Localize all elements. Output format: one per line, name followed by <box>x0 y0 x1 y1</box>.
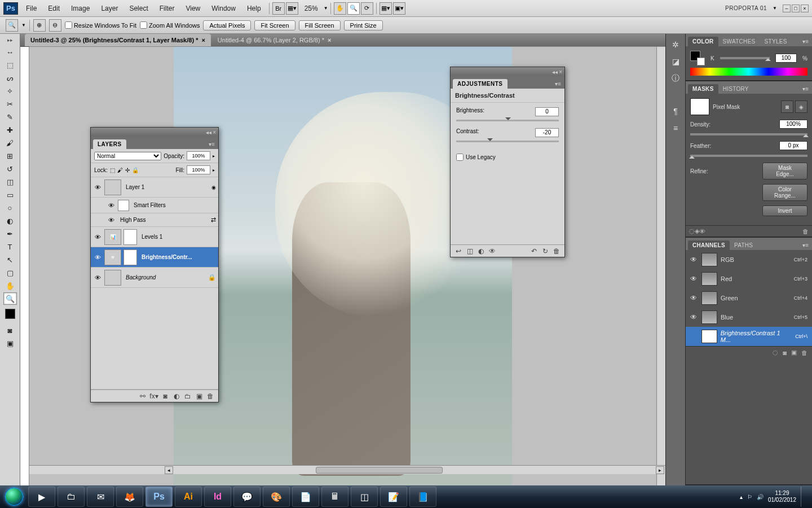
tab-swatches[interactable]: SWATCHES <box>718 37 760 46</box>
close-icon[interactable]: × <box>213 129 216 135</box>
tray-up-icon[interactable]: ▴ <box>740 494 743 500</box>
visibility-icon[interactable]: 👁 <box>690 294 698 302</box>
panel-menu-icon[interactable]: ▾≡ <box>205 139 218 149</box>
taskbar-app1[interactable]: ◫ <box>351 487 378 507</box>
taskbar-explorer[interactable]: 🗀 <box>58 487 85 507</box>
density-slider[interactable] <box>690 133 807 135</box>
delete-mask-icon[interactable]: 🗑 <box>802 228 809 235</box>
visibility-icon[interactable]: 👁 <box>93 234 102 240</box>
delete-adj-icon[interactable]: 🗑 <box>552 247 561 256</box>
info-icon[interactable]: ⓘ <box>669 72 682 85</box>
k-slider[interactable] <box>720 57 770 59</box>
feather-slider[interactable] <box>690 155 807 157</box>
density-value[interactable]: 100% <box>779 120 807 129</box>
tab-adjustments[interactable]: ADJUSTMENTS <box>453 79 508 89</box>
menu-edit[interactable]: Edit <box>42 5 65 12</box>
zoom-all-checkbox[interactable]: Zoom All Windows <box>140 21 200 29</box>
minimize-button[interactable]: – <box>783 5 791 12</box>
tray-flag-icon[interactable]: ⚐ <box>747 494 752 500</box>
blend-mode-select[interactable]: Normal <box>94 152 161 160</box>
panel-menu-icon[interactable]: ▾≡ <box>799 84 812 94</box>
workspace-label[interactable]: PROPORTA 01 <box>720 5 773 11</box>
visibility-icon[interactable]: 👁 <box>107 217 116 224</box>
reset-icon[interactable]: ↻ <box>541 247 550 256</box>
tray-volume-icon[interactable]: 🔊 <box>757 494 764 500</box>
screen-mode-button[interactable]: ▣▾ <box>393 2 405 15</box>
k-value[interactable]: 100 <box>775 54 797 63</box>
wand-tool-icon[interactable]: ✧ <box>3 85 17 97</box>
taskbar-pdf[interactable]: 📄 <box>292 487 319 507</box>
color-swatch[interactable] <box>5 309 15 319</box>
visibility-icon[interactable]: 👁 <box>690 275 698 283</box>
toggle-vis-icon[interactable]: 👁 <box>488 247 497 256</box>
taskbar-calc[interactable]: 🖩 <box>321 487 348 507</box>
load-sel-icon[interactable]: ◌ <box>689 227 695 235</box>
show-desktop-button[interactable] <box>801 487 805 507</box>
link-layers-icon[interactable]: ⚯ <box>138 392 147 401</box>
taskbar-photoshop[interactable]: Ps <box>145 487 173 507</box>
opacity-value[interactable]: 100% <box>187 151 210 160</box>
prev-state-icon[interactable]: ↶ <box>529 247 539 256</box>
channel-green[interactable]: 👁GreenCtrl+4 <box>686 288 812 308</box>
navigator-icon[interactable]: ✲ <box>669 38 682 51</box>
toggle-mask-icon[interactable]: 👁 <box>699 228 705 235</box>
tab-layers[interactable]: LAYERS <box>93 139 126 149</box>
pixel-mask-icon[interactable]: ◙ <box>781 100 793 113</box>
doc-tab-1[interactable]: Untitled-3 @ 25% (Brightness/Contrast 1,… <box>25 34 211 46</box>
heal-tool-icon[interactable]: ✚ <box>3 124 17 136</box>
scroll-right-icon[interactable]: ▸ <box>656 466 664 474</box>
menu-layer[interactable]: Layer <box>95 5 123 12</box>
save-sel-icon[interactable]: ◙ <box>783 349 787 356</box>
channel-mask[interactable]: Brightness/Contrast 1 M...Ctrl+\ <box>686 327 812 346</box>
close-icon[interactable]: × <box>559 69 562 75</box>
panel-titlebar[interactable]: ◂◂× <box>451 67 564 76</box>
add-mask-icon[interactable]: ◙ <box>161 392 170 401</box>
zoom-tool-icon[interactable]: 🔍 <box>347 2 360 15</box>
channel-red[interactable]: 👁RedCtrl+3 <box>686 269 812 288</box>
group-icon[interactable]: 🗀 <box>183 392 192 401</box>
bridge-button[interactable]: Br <box>272 2 285 15</box>
history-brush-tool-icon[interactable]: ↺ <box>3 163 17 175</box>
lock-pixels-icon[interactable]: 🖌 <box>117 167 123 173</box>
menu-window[interactable]: Window <box>206 5 241 12</box>
panel-menu-icon[interactable]: ▾≡ <box>799 240 812 250</box>
panel-menu-icon[interactable]: ▾≡ <box>799 37 812 46</box>
filter-options-icon[interactable]: ⇄ <box>211 216 216 224</box>
character-icon[interactable]: ¶ <box>669 105 682 117</box>
delete-layer-icon[interactable]: 🗑 <box>206 392 215 401</box>
taskbar-firefox[interactable]: 🦊 <box>116 487 143 507</box>
close-icon[interactable]: × <box>328 37 331 43</box>
contrast-value[interactable]: -20 <box>535 128 559 137</box>
taskbar-doc[interactable]: 📘 <box>409 487 436 507</box>
vector-mask-icon[interactable]: ◈ <box>795 100 807 113</box>
contrast-slider[interactable] <box>456 141 559 142</box>
feather-value[interactable]: 0 px <box>779 141 807 150</box>
lock-trans-icon[interactable]: ⬚ <box>110 167 115 173</box>
visibility-icon[interactable]: 👁 <box>93 184 102 191</box>
tab-color[interactable]: COLOR <box>688 37 718 46</box>
zoom-in-icon[interactable]: ⊕ <box>33 19 46 32</box>
menu-file[interactable]: File <box>20 5 42 12</box>
channel-blue[interactable]: 👁BlueCtrl+5 <box>686 308 812 327</box>
zoom-out-icon[interactable]: ⊖ <box>49 19 61 32</box>
view-extras-button[interactable]: ▦▾ <box>286 2 298 15</box>
lasso-tool-icon[interactable]: ᔕ <box>3 72 17 84</box>
layer-smart-filters[interactable]: 👁 Smart Filters <box>91 198 218 213</box>
layer-brightness-contrast[interactable]: 👁 ☀ Brightness/Contr... <box>91 247 218 268</box>
return-icon[interactable]: ↩ <box>454 247 463 256</box>
visibility-icon[interactable]: 👁 <box>690 256 698 264</box>
visibility-icon[interactable]: 👁 <box>107 202 116 209</box>
taskbar-thunderbird[interactable]: ✉ <box>87 487 114 507</box>
clip-icon[interactable]: ◐ <box>476 247 486 256</box>
menu-help[interactable]: Help <box>241 5 267 12</box>
menu-filter[interactable]: Filter <box>154 5 180 12</box>
taskbar-pidgin[interactable]: 💬 <box>233 487 261 507</box>
eraser-tool-icon[interactable]: ◫ <box>3 176 17 188</box>
load-channel-icon[interactable]: ◌ <box>773 349 778 356</box>
gradient-tool-icon[interactable]: ▭ <box>3 189 17 201</box>
menu-view[interactable]: View <box>180 5 206 12</box>
taskbar-indesign[interactable]: Id <box>204 487 231 507</box>
layer-background[interactable]: 👁 Background 🔒 <box>91 268 218 288</box>
fit-screen-button[interactable]: Fit Screen <box>254 20 295 30</box>
layer-highpass[interactable]: 👁 High Pass ⇄ <box>91 213 218 227</box>
